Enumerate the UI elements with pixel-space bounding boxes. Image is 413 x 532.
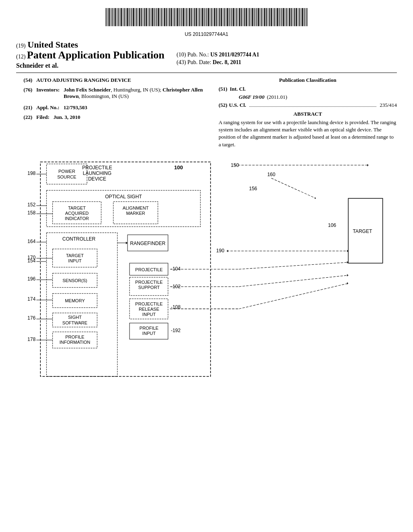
svg-rect-84 [236, 8, 237, 26]
svg-rect-62 [202, 8, 203, 26]
country-label: (19) [16, 43, 25, 49]
pub-no-label: (10) Pub. No.: [177, 52, 209, 58]
svg-rect-44 [174, 8, 175, 26]
label-indicator: INDICATOR [65, 216, 89, 221]
svg-rect-24 [143, 8, 143, 26]
svg-rect-16 [130, 8, 131, 26]
svg-line-177 [239, 262, 348, 269]
header-divider [16, 73, 397, 73]
svg-rect-67 [210, 8, 211, 26]
svg-rect-120 [293, 8, 293, 26]
svg-rect-118 [289, 8, 290, 26]
svg-rect-78 [227, 8, 228, 26]
svg-rect-129 [307, 8, 307, 26]
us-cl-row: (52) U.S. Cl. 235/414 [219, 102, 397, 108]
svg-rect-46 [177, 8, 178, 26]
svg-rect-54 [189, 8, 190, 26]
svg-rect-3 [111, 8, 111, 26]
svg-rect-41 [169, 8, 170, 26]
svg-rect-86 [239, 8, 240, 26]
pub-info-right: (10) Pub. No.: US 2011/0297744 A1 (43) P… [173, 39, 397, 66]
label-176: 176 [27, 315, 35, 321]
svg-rect-36 [161, 8, 162, 26]
svg-rect-38 [164, 8, 165, 26]
us-cl-num: (52) [219, 102, 227, 108]
svg-line-170 [271, 178, 316, 198]
svg-rect-58 [196, 8, 197, 26]
label-memory: MEMORY [65, 298, 85, 303]
label-profile-input2: INPUT [142, 330, 156, 335]
svg-rect-123 [298, 8, 298, 26]
label-acquired: ACQUIRED [65, 211, 89, 216]
svg-rect-113 [282, 8, 282, 26]
svg-rect-98 [258, 8, 259, 26]
svg-rect-71 [216, 8, 217, 26]
title-value: AUTO ADJUSTING RANGING DEVICE [36, 77, 131, 83]
svg-rect-50 [183, 8, 184, 26]
svg-rect-9 [119, 8, 120, 26]
pub-no-value: US 2011/0297744 A1 [210, 52, 259, 58]
svg-rect-0 [106, 8, 106, 26]
svg-rect-56 [193, 8, 193, 26]
svg-rect-11 [123, 8, 123, 26]
svg-rect-127 [304, 8, 305, 26]
svg-rect-104 [268, 8, 268, 26]
svg-rect-88 [243, 8, 243, 26]
svg-rect-92 [249, 8, 250, 26]
svg-rect-15 [129, 8, 129, 26]
label-174: 174 [27, 296, 35, 302]
svg-rect-8 [118, 8, 119, 26]
svg-rect-57 [194, 8, 195, 26]
svg-rect-117 [288, 8, 288, 26]
type-label: (12) [16, 54, 25, 60]
svg-rect-59 [198, 8, 198, 26]
label-sensors: SENSOR(S) [63, 278, 87, 283]
svg-rect-49 [181, 8, 182, 26]
svg-rect-28 [149, 8, 150, 26]
label-pld: PROJECTILE [82, 165, 112, 170]
inventors-row: (76) Inventors: John Felix Schneider, Hu… [16, 87, 206, 100]
svg-rect-83 [235, 8, 236, 26]
int-cl-num: (51) [219, 86, 227, 92]
svg-rect-1 [107, 8, 108, 26]
label-input: INPUT [68, 258, 81, 263]
svg-rect-30 [152, 8, 153, 26]
svg-rect-90 [246, 8, 247, 26]
label-power: POWER [58, 169, 75, 174]
svg-rect-68 [211, 8, 212, 26]
svg-rect-47 [179, 8, 179, 26]
svg-rect-102 [264, 8, 265, 26]
int-cl-spacer [248, 86, 397, 92]
label-sight-sw2: SOFTWARE [63, 320, 88, 325]
svg-rect-35 [160, 8, 161, 26]
svg-rect-93 [250, 8, 251, 26]
svg-line-183 [239, 283, 348, 309]
label-164: 164 [27, 238, 35, 244]
abstract-text: A ranging system for use with a projecti… [219, 119, 397, 148]
label-align: ALIGNMENT [123, 206, 149, 210]
svg-rect-27 [148, 8, 148, 26]
svg-rect-7 [117, 8, 117, 26]
appl-num: (21) [16, 104, 32, 111]
svg-rect-103 [266, 8, 267, 26]
appl-value: 12/793,503 [63, 104, 206, 111]
svg-rect-13 [125, 8, 126, 26]
label-sight-sw1: SIGHT [68, 315, 82, 320]
svg-rect-39 [166, 8, 167, 26]
svg-rect-17 [131, 8, 132, 26]
svg-rect-75 [223, 8, 223, 26]
fields-section: (54) AUTO ADJUSTING RANGING DEVICE (76) … [16, 77, 397, 148]
title-num: (54) [16, 77, 32, 83]
label-192: -192 [171, 327, 181, 333]
country-name: United States [27, 39, 78, 50]
us-cl-label: U.S. Cl. [229, 102, 246, 108]
svg-rect-2 [108, 8, 110, 26]
svg-rect-53 [188, 8, 188, 26]
svg-rect-33 [156, 8, 157, 26]
label-170: 170 [27, 255, 35, 260]
svg-marker-184 [347, 282, 348, 285]
int-cl-label: Int. Cl. [230, 86, 246, 92]
pub-date-value: Dec. 8, 2011 [213, 59, 241, 65]
svg-rect-66 [208, 8, 209, 26]
label-source: SOURCE [57, 175, 76, 179]
